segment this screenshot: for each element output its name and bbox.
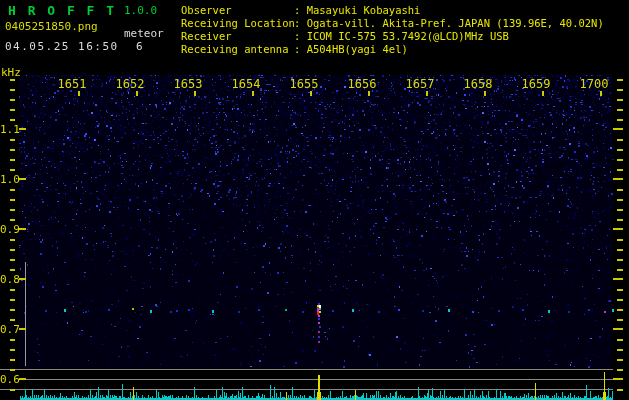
info-row-observer: Observer: Masayuki Kobayashi bbox=[181, 4, 604, 17]
app-version: 1.0.0 bbox=[124, 5, 157, 16]
output-filename: 0405251850.png bbox=[5, 21, 98, 32]
time-tick-label-1700: 1700 bbox=[570, 78, 618, 90]
mode-label: meteor bbox=[124, 28, 164, 39]
info-row-receiving-location: Receiving Location: Ogata-vill. Akita-Pr… bbox=[181, 17, 604, 30]
hrofft-window: H R O F F T 1.0.0 0405251850.png meteor … bbox=[0, 0, 629, 400]
info-label: Receiver bbox=[181, 30, 294, 43]
time-tick-label-1657: 1657 bbox=[396, 78, 444, 90]
info-label: Observer bbox=[181, 4, 294, 17]
freq-tick-label-0.6: 0.6 bbox=[0, 374, 19, 385]
echo-count: 6 bbox=[136, 41, 143, 52]
time-tick-label-1659: 1659 bbox=[512, 78, 560, 90]
info-value: : A504HB(yagi 4el) bbox=[294, 43, 408, 55]
freq-tick-label-1.1: 1.1 bbox=[0, 124, 19, 135]
freq-tick-label-0.9: 0.9 bbox=[0, 224, 19, 235]
freq-axis-unit: kHz bbox=[1, 67, 21, 78]
date-time: 04.05.25 16:50 bbox=[5, 41, 119, 52]
info-label: Receiving Location bbox=[181, 17, 294, 30]
info-value: : Ogata-vill. Akita-Pref. JAPAN (139.96E… bbox=[294, 17, 604, 29]
info-row-receiver: Receiver: ICOM IC-575 53.7492(@LCD)MHz U… bbox=[181, 30, 604, 43]
time-tick-label-1653: 1653 bbox=[164, 78, 212, 90]
time-tick-label-1652: 1652 bbox=[106, 78, 154, 90]
freq-tick-label-0.8: 0.8 bbox=[0, 274, 19, 285]
time-tick-label-1655: 1655 bbox=[280, 78, 328, 90]
info-value: : ICOM IC-575 53.7492(@LCD)MHz USB bbox=[294, 30, 509, 42]
freq-tick-label-1.0: 1.0 bbox=[0, 174, 19, 185]
info-value: : Masayuki Kobayashi bbox=[294, 4, 420, 16]
app-title: H R O F F T bbox=[8, 4, 116, 17]
info-row-receiving-antenna: Receiving antenna: A504HB(yagi 4el) bbox=[181, 43, 604, 56]
info-label: Receiving antenna bbox=[181, 43, 294, 56]
observer-info-block: Observer: Masayuki KobayashiReceiving Lo… bbox=[181, 4, 604, 56]
spectrogram-canvas bbox=[0, 0, 629, 400]
time-tick-label-1651: 1651 bbox=[48, 78, 96, 90]
freq-tick-label-0.7: 0.7 bbox=[0, 324, 19, 335]
time-tick-label-1658: 1658 bbox=[454, 78, 502, 90]
time-tick-label-1654: 1654 bbox=[222, 78, 270, 90]
time-tick-label-1656: 1656 bbox=[338, 78, 386, 90]
